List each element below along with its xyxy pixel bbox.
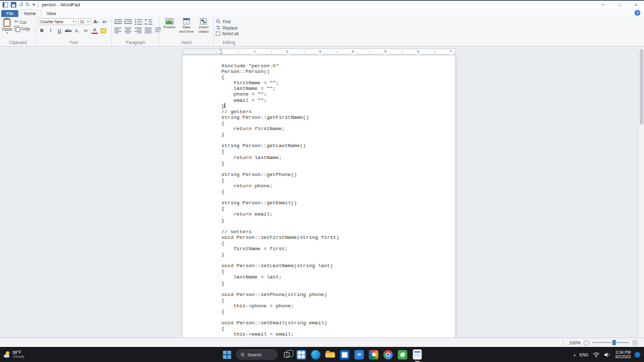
strikethrough-button[interactable]: abc	[65, 27, 72, 34]
notification-badge[interactable]	[635, 352, 640, 358]
task-view-button[interactable]	[282, 349, 292, 360]
font-size-select[interactable]: 11 ▾	[78, 18, 91, 25]
document-text[interactable]: #include "person.h" Person::Person() { f…	[182, 55, 455, 337]
qat-dropdown-icon[interactable]: ▾	[32, 3, 35, 8]
select-all-icon	[216, 31, 220, 36]
line-spacing-icon	[145, 19, 152, 25]
store-button[interactable]	[340, 349, 350, 360]
shrink-font-button[interactable]: A▾	[101, 18, 108, 25]
superscript-button[interactable]: x²	[82, 27, 89, 34]
redo-button[interactable]: ↻	[26, 3, 30, 8]
insert-object-button[interactable]: Insert object	[196, 18, 211, 34]
copy-button[interactable]: Copy	[14, 26, 30, 31]
grow-font-button[interactable]: A▴	[92, 18, 99, 25]
calendar-icon	[183, 18, 190, 25]
ruler[interactable]: ▾ ▴ ▴ 1234567	[182, 48, 455, 55]
line-spacing-button[interactable]	[144, 18, 152, 25]
ruler-mark: 6	[416, 49, 420, 55]
text-cursor	[225, 103, 225, 108]
replace-button[interactable]: Replace	[216, 25, 238, 30]
maximize-button[interactable]: □	[611, 1, 628, 9]
cut-icon: ✂	[14, 19, 19, 25]
search-label: Search	[248, 353, 262, 357]
clock[interactable]: 3:34 PM 3/2/2023	[615, 350, 631, 359]
align-left-icon	[114, 28, 121, 33]
mail-icon: ✉	[355, 350, 364, 359]
zoom-in-button[interactable]: +	[632, 340, 638, 346]
find-button[interactable]: Find	[216, 19, 238, 24]
chevron-down-icon: ▾	[72, 20, 74, 23]
chrome-button[interactable]	[383, 349, 394, 360]
zoom-out-button[interactable]: −	[584, 340, 589, 346]
help-button[interactable]: ?	[635, 10, 640, 16]
language-indicator[interactable]: ENG	[580, 353, 589, 357]
decrease-indent-button[interactable]	[114, 18, 122, 25]
insert-picture-button[interactable]: Picture	[162, 18, 177, 30]
insert-date-time-button[interactable]: Date and time	[179, 18, 194, 34]
tab-view[interactable]: View	[42, 10, 61, 17]
volume-icon[interactable]	[604, 352, 611, 358]
hidden-icons-chevron[interactable]: ∧	[573, 353, 575, 357]
ruler-mark: 2	[285, 49, 289, 55]
status-bar: 100% − +	[0, 337, 644, 347]
search-box[interactable]: Search	[236, 349, 278, 359]
weather-temp: 68°F	[13, 350, 25, 354]
zoom-slider-thumb[interactable]	[613, 340, 616, 345]
wordpad-window: ↺ ↻ ▾ person - WordPad ─ □ × File Home V…	[0, 0, 644, 362]
status-divider	[563, 339, 564, 346]
italic-button[interactable]: I	[47, 27, 54, 34]
wifi-icon[interactable]	[592, 352, 600, 358]
underline-button[interactable]: U	[56, 27, 63, 34]
align-left-button[interactable]	[114, 27, 122, 34]
search-icon	[216, 19, 221, 24]
tab-file[interactable]: File	[1, 10, 18, 17]
increase-indent-button[interactable]	[124, 18, 132, 25]
title-bar: ↺ ↻ ▾ person - WordPad ─ □ ×	[0, 0, 644, 9]
active-app-indicator	[414, 361, 419, 362]
paragraph-group-label: Paragraph	[114, 39, 157, 46]
document-page[interactable]: #include "person.h" Person::Person() { f…	[182, 55, 455, 337]
font-family-select[interactable]: Courier New ▾	[38, 18, 76, 25]
file-explorer-button[interactable]	[325, 349, 336, 360]
select-all-button[interactable]: Select all	[216, 31, 238, 36]
bold-button[interactable]: B	[38, 27, 45, 34]
taskbar-center: Search ✉	[222, 349, 423, 360]
replace-icon	[216, 25, 221, 30]
start-list-button[interactable]	[134, 18, 142, 25]
photos-button[interactable]	[369, 349, 379, 360]
paste-dropdown-icon: ▾	[6, 31, 8, 35]
scrollbar-thumb[interactable]	[640, 49, 643, 124]
widgets-button[interactable]	[296, 349, 307, 360]
tab-home[interactable]: Home	[18, 9, 42, 17]
mail-button[interactable]: ✉	[354, 349, 365, 360]
edge-button[interactable]	[311, 349, 321, 360]
window-title: person - WordPad	[42, 2, 80, 8]
minimize-button[interactable]: ─	[595, 1, 611, 9]
highlight-button[interactable]	[100, 27, 107, 34]
justify-button[interactable]	[144, 27, 152, 34]
green-app-button[interactable]	[397, 349, 408, 360]
editing-group-label: Editing	[216, 39, 242, 46]
clipboard-group-label: Clipboard	[2, 39, 34, 46]
font-group-label: Font	[38, 39, 109, 46]
paragraph-group: Paragraph	[112, 17, 160, 46]
hanging-indent-marker[interactable]: ▴	[220, 52, 222, 55]
close-button[interactable]: ×	[628, 1, 644, 9]
undo-button[interactable]: ↺	[19, 3, 23, 8]
save-button[interactable]	[11, 2, 16, 8]
align-center-button[interactable]	[124, 27, 132, 34]
taskbar: 68°F Cloudy Search ✉	[0, 347, 644, 362]
chevron-down-icon: ▾	[87, 20, 89, 23]
zoom-slider[interactable]	[592, 342, 629, 343]
align-right-button[interactable]	[134, 27, 142, 34]
start-button[interactable]	[222, 349, 233, 360]
subscript-button[interactable]: x₂	[74, 27, 80, 34]
system-tray: ∧ ENG 3:34 PM 3/2/2023	[573, 350, 644, 359]
weather-widget[interactable]: 68°F Cloudy	[0, 350, 25, 359]
paste-button[interactable]: Paste ▾	[2, 18, 13, 35]
cut-button[interactable]: ✂ Cut	[14, 19, 30, 25]
wordpad-taskbar-button[interactable]	[412, 349, 423, 360]
ruler-mark: 7	[448, 49, 453, 55]
font-color-button[interactable]: A	[91, 27, 98, 34]
vertical-scrollbar[interactable]	[638, 48, 644, 337]
